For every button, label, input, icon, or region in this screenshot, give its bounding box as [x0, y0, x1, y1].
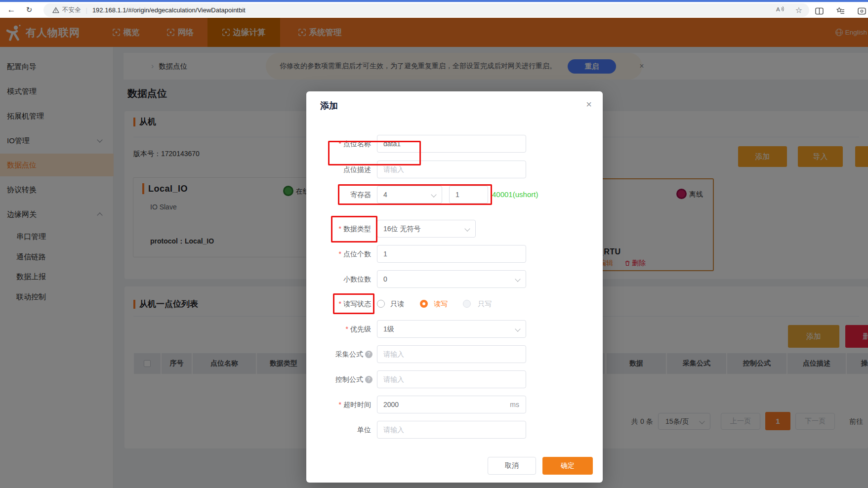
browser-extra-icon[interactable] [858, 7, 866, 17]
field-control-formula: 控制公式 ? [306, 370, 603, 388]
add-point-modal: 添加 × *点位名称 点位描述 寄存器 4 40001(ushort) *数据类… [306, 91, 603, 483]
chevron-down-icon [464, 226, 470, 231]
field-label: 控制公式 [335, 370, 363, 388]
field-data-type: *数据类型 16位 无符号 [306, 220, 603, 238]
not-secure-warning-icon [52, 7, 59, 13]
required-asterisk: * [339, 300, 341, 308]
address-divider: | [86, 6, 87, 14]
not-secure-label: 不安全 [62, 6, 81, 14]
chevron-down-icon [431, 192, 436, 197]
chevron-down-icon [515, 326, 520, 331]
control-formula-input[interactable] [377, 370, 526, 388]
required-asterisk: * [339, 225, 341, 233]
radio-read-only-label[interactable]: 只读 [390, 295, 404, 313]
field-priority: *优先级 1级 [306, 320, 603, 338]
modal-title: 添加 [320, 100, 338, 112]
point-name-input[interactable] [377, 135, 526, 153]
address-url[interactable]: 192.168.1.1/#/origin/edgecalculation/Vie… [92, 6, 246, 14]
cancel-button[interactable]: 取消 [488, 457, 536, 475]
field-label: *优先级 [346, 320, 371, 338]
field-label: *点位名称 [339, 135, 371, 153]
register-address-input[interactable] [449, 186, 488, 203]
required-asterisk: * [339, 250, 341, 258]
address-bar[interactable]: 不安全 | 192.168.1.1/#/origin/edgecalculati… [43, 3, 809, 17]
help-icon[interactable]: ? [365, 351, 372, 358]
priority-value: 1级 [383, 325, 394, 333]
point-count-input[interactable] [377, 245, 526, 263]
field-label: 寄存器 [350, 186, 371, 203]
field-decimals: 小数位数 0 [306, 270, 603, 288]
field-label: 小数位数 [343, 270, 371, 288]
field-label: *数据类型 [339, 220, 371, 238]
register-type-select[interactable]: 4 [377, 186, 442, 203]
field-rw-state: *读写状态 只读 读写 只写 [306, 295, 603, 313]
field-label: 单位 [357, 421, 371, 439]
help-icon[interactable]: ? [365, 376, 372, 383]
field-timeout: *超时时间 ms [306, 396, 603, 413]
field-label: 采集公式 [335, 345, 363, 363]
read-aloud-icon[interactable]: A [776, 5, 785, 15]
radio-read-write[interactable] [420, 300, 428, 308]
field-label: *读写状态 [339, 295, 371, 313]
svg-text:A: A [776, 6, 780, 12]
radio-read-write-label[interactable]: 读写 [434, 295, 448, 313]
field-point-count: *点位个数 [306, 245, 603, 263]
field-point-name: *点位名称 [306, 135, 603, 153]
field-label: *超时时间 [339, 396, 371, 413]
required-asterisk: * [346, 325, 348, 333]
favorites-bar-icon[interactable] [836, 7, 845, 17]
required-asterisk: * [339, 401, 341, 408]
confirm-button[interactable]: 确定 [542, 457, 593, 475]
field-unit: 单位 [306, 421, 603, 439]
browser-toolbar: ← ↻ 不安全 | 192.168.1.1/#/origin/edgecalcu… [0, 2, 868, 18]
data-type-value: 16位 无符号 [383, 225, 420, 233]
field-label: *点位个数 [339, 245, 371, 263]
priority-select[interactable]: 1级 [377, 320, 526, 338]
split-screen-icon[interactable] [815, 7, 824, 17]
decimals-select[interactable]: 0 [377, 270, 526, 288]
required-asterisk: * [339, 140, 341, 148]
screen: ← ↻ 不安全 | 192.168.1.1/#/origin/edgecalcu… [0, 0, 868, 488]
timeout-input[interactable] [377, 396, 526, 413]
radio-read-only[interactable] [377, 300, 385, 308]
radio-write-only[interactable] [463, 300, 471, 308]
data-type-select[interactable]: 16位 无符号 [377, 220, 476, 238]
collect-formula-input[interactable] [377, 345, 526, 363]
decimals-value: 0 [383, 275, 387, 283]
unit-input[interactable] [377, 421, 526, 439]
register-hint: 40001(ushort) [492, 186, 538, 203]
chevron-down-icon [515, 276, 520, 282]
radio-write-only-label[interactable]: 只写 [478, 295, 492, 313]
browser-refresh-icon[interactable]: ↻ [22, 2, 37, 18]
field-label: 点位描述 [343, 161, 371, 178]
point-desc-input[interactable] [377, 161, 526, 178]
browser-back-icon[interactable]: ← [4, 2, 19, 18]
field-register: 寄存器 4 40001(ushort) [306, 186, 603, 203]
field-point-desc: 点位描述 [306, 161, 603, 178]
register-type-value: 4 [383, 191, 387, 199]
field-collect-formula: 采集公式 ? [306, 345, 603, 363]
modal-close-icon[interactable]: × [580, 95, 598, 113]
favorite-star-icon[interactable]: ☆ [795, 5, 802, 15]
